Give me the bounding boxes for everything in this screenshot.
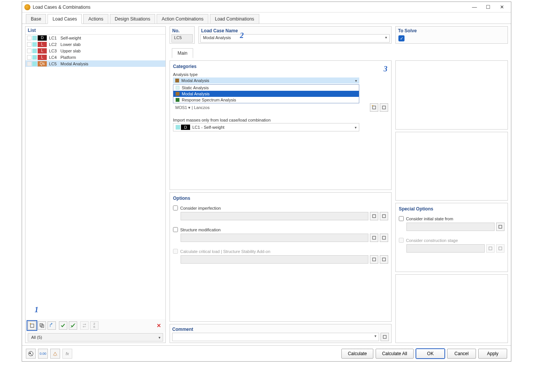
list-item[interactable]: DLC1Self-weight — [25, 35, 165, 41]
load-case-name-label: Load Case Name — [200, 27, 390, 34]
critical-new-button[interactable] — [370, 255, 378, 264]
tab-load-cases[interactable]: Load Cases — [48, 14, 82, 24]
chevron-down-icon: ▾ — [159, 335, 160, 340]
structure-new-button[interactable] — [370, 234, 378, 242]
structure-edit-button[interactable] — [380, 234, 388, 242]
edit-settings-button[interactable] — [380, 103, 388, 112]
svg-rect-8 — [382, 236, 385, 239]
new-button[interactable] — [28, 321, 36, 330]
tab-actions[interactable]: Actions — [83, 14, 108, 24]
chevron-down-icon: ▾ — [355, 79, 357, 83]
list-item[interactable]: LLC3Upper slab — [25, 47, 165, 54]
swatch-icon — [175, 79, 179, 82]
tab-load-combinations[interactable]: Load Combinations — [210, 14, 259, 24]
no-field[interactable]: LC5 — [171, 34, 193, 43]
comment-head: Comment — [172, 326, 389, 333]
renumber-button[interactable]: 26 — [90, 321, 98, 330]
imperfection-field[interactable] — [181, 212, 368, 220]
import-masses-select[interactable]: D LC1 - Self-weight ▾ — [173, 123, 359, 131]
structure-modification-checkbox[interactable] — [173, 227, 178, 232]
app-icon — [24, 4, 30, 10]
tab-base[interactable]: Base — [26, 14, 46, 24]
stage-new-button[interactable] — [486, 244, 495, 253]
svg-rect-0 — [30, 324, 34, 327]
calculate-all-button[interactable]: Calculate All — [376, 349, 414, 359]
annotation-1: 1 — [35, 305, 38, 314]
apply-button[interactable]: Apply — [478, 349, 507, 359]
new-settings-button[interactable] — [370, 103, 378, 112]
list-item[interactable]: LLC4Platform — [25, 54, 165, 60]
analysis-type-select[interactable]: Modal Analysis ▾ — [173, 77, 359, 84]
svg-rect-11 — [383, 335, 386, 338]
window-title: Load Cases & Combinations — [33, 5, 468, 10]
list-item[interactable]: LLC2Lower slab — [25, 41, 165, 47]
critical-edit-button[interactable] — [380, 255, 388, 264]
svg-rect-4 — [382, 106, 385, 109]
svg-rect-6 — [382, 215, 385, 218]
svg-rect-12 — [499, 225, 502, 228]
model-button[interactable] — [50, 349, 60, 359]
swatch-icon — [176, 125, 180, 130]
consider-imperfection-checkbox[interactable] — [173, 205, 178, 210]
footer: 0.00 fx Calculate Calculate All OK Cance… — [22, 345, 511, 361]
dropdown-option[interactable]: Response Spectrum Analysis — [173, 97, 359, 103]
script-button[interactable]: fx — [62, 349, 72, 359]
construction-stage-field — [406, 244, 485, 253]
uncheck-all-button[interactable] — [69, 321, 77, 330]
svg-rect-5 — [373, 215, 376, 218]
truncated-row: MOS1 ▾ | Lanczos — [173, 104, 368, 111]
cancel-button[interactable]: Cancel — [447, 349, 476, 359]
chevron-down-icon: ▾ — [355, 125, 357, 130]
initial-state-field[interactable] — [406, 223, 495, 231]
dropdown-option[interactable]: Modal Analysis — [173, 91, 359, 97]
dropdown-option[interactable]: Static Analysis — [173, 85, 359, 91]
main-tab[interactable]: Main — [172, 48, 193, 58]
svg-rect-9 — [373, 258, 376, 261]
initial-state-checkbox[interactable] — [399, 216, 404, 221]
close-button[interactable]: ✕ — [495, 2, 509, 12]
titlebar: Load Cases & Combinations — ☐ ✕ — [22, 2, 511, 13]
maximize-button[interactable]: ☐ — [481, 2, 495, 12]
svg-point-15 — [29, 351, 33, 356]
load-case-list[interactable]: DLC1Self-weightLLC2Lower slabLLC3Upper s… — [25, 35, 165, 319]
critical-field — [181, 255, 368, 264]
imperfection-edit-button[interactable] — [380, 212, 388, 220]
special-options-head: Special Options — [399, 205, 504, 214]
include-button[interactable] — [48, 321, 56, 330]
ok-button[interactable]: OK — [416, 349, 445, 359]
chevron-down-icon: ▾ — [374, 334, 376, 338]
svg-rect-3 — [373, 106, 376, 109]
structure-field[interactable] — [181, 234, 368, 242]
comment-pick-button[interactable] — [381, 333, 389, 341]
copy-button[interactable] — [38, 321, 46, 330]
minimize-button[interactable]: — — [468, 2, 481, 12]
initial-state-edit-button[interactable] — [496, 223, 504, 231]
swap-button[interactable] — [80, 321, 89, 330]
construction-stage-checkbox — [399, 238, 404, 243]
imperfection-new-button[interactable] — [370, 212, 378, 220]
tab-action-combinations[interactable]: Action Combinations — [157, 14, 208, 24]
svg-rect-14 — [499, 247, 502, 250]
svg-point-16 — [29, 352, 31, 354]
list-item[interactable]: QsLC5Modal Analysis — [25, 60, 165, 67]
tab-design-situations[interactable]: Design Situations — [110, 14, 155, 24]
annotation-3: 3 — [384, 65, 387, 73]
units-button[interactable]: 0.00 — [38, 349, 48, 359]
filter-select[interactable]: All (5) ▾ — [28, 333, 163, 341]
categories-head: Categories — [173, 63, 388, 71]
to-solve-checkbox[interactable]: ✓ — [398, 35, 405, 41]
list-head: List — [25, 27, 165, 35]
annotation-2: 2 — [240, 31, 244, 40]
calculate-button[interactable]: Calculate — [341, 349, 373, 359]
check-all-button[interactable] — [59, 321, 67, 330]
stage-edit-button[interactable] — [496, 244, 504, 253]
comment-field[interactable]: ▾ — [172, 333, 379, 341]
chevron-down-icon: ▾ — [385, 35, 387, 40]
svg-rect-7 — [373, 236, 376, 239]
svg-rect-13 — [489, 247, 492, 250]
delete-button[interactable]: ✕ — [155, 321, 163, 330]
load-case-name-field[interactable]: Modal Analysis ▾ — [200, 34, 390, 43]
no-label: No. — [171, 27, 193, 34]
main-tabs: Base Load Cases Actions Design Situation… — [22, 13, 511, 24]
help-button[interactable] — [26, 349, 36, 359]
